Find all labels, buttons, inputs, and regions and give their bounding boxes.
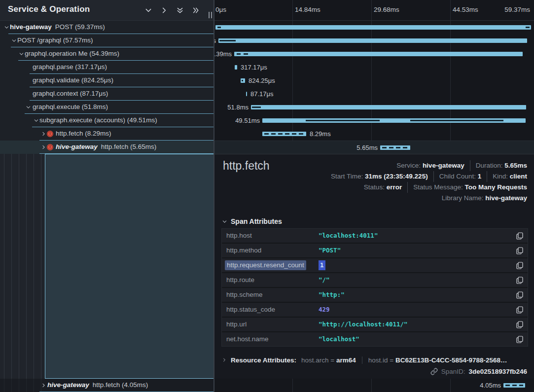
attribute-value: "/" [319,273,330,287]
span-timeline-row[interactable]: 5.65ms [214,141,534,154]
chevron-down-icon[interactable] [11,38,17,43]
span-duration-bar[interactable] [215,25,531,30]
resource-attributes-row[interactable]: Resource Attributes: host.arch = arm64ho… [222,354,527,366]
tree-panel-title: Service & Operation [8,4,90,14]
tree-panel-header: Service & Operation [0,0,214,21]
span-tree-row[interactable]: hive-gatewayPOST (59.37ms) [0,21,214,34]
selected-span-expanded-region[interactable] [45,154,214,379]
span-duration-bar[interactable] [262,132,306,136]
span-timeline-row[interactable]: 57.57ms [214,34,534,47]
attribute-key: http.route [226,273,254,287]
span-tree-row[interactable]: hive-gatewayhttp.fetch (5.65ms) [0,141,214,154]
span-timeline-row[interactable]: 4.05ms [214,379,534,392]
duration-label: 5.65ms [304,141,378,154]
child-span-marker [252,107,261,108]
child-span-marker [237,53,241,55]
expand-row-icon[interactable] [160,6,168,14]
span-timeline-row[interactable]: 824.25μs [214,74,534,87]
span-duration-bar[interactable] [503,383,525,388]
span-tree-row[interactable]: hive-gatewayhttp.fetch (4.05ms) [0,379,214,392]
span-id-label: SpanID: [441,368,465,375]
chevron-right-icon[interactable] [41,131,46,137]
chevron-down-icon[interactable] [26,105,31,110]
span-duration-bar[interactable] [235,65,237,70]
span-label: hive-gatewayhttp.fetch (4.05ms) [47,379,148,392]
span-duration-bar[interactable] [218,38,527,43]
resource-attributes-values: host.arch = arm64host.id = BC62E13B-C4CC… [301,356,507,364]
attribute-row[interactable]: http.scheme"http:" [222,288,528,302]
span-attributes-table: http.host"localhost:4011"http.method"POS… [221,228,528,347]
chevron-right-icon[interactable] [41,383,46,388]
attribute-row[interactable]: http.request.resend_count1 [222,258,528,272]
copy-icon[interactable] [516,291,523,299]
copy-icon[interactable] [516,277,523,284]
span-tree-row[interactable]: graphql.validate (824.25μs) [0,74,214,87]
span-duration-bar[interactable] [234,52,523,56]
span-tree-row[interactable]: subgraph.execute (accounts) (49.51ms) [0,114,214,127]
attribute-row[interactable]: http.method"POST" [222,244,528,257]
collapse-row-icon[interactable] [144,6,152,14]
error-icon [47,144,53,150]
span-tree-row[interactable]: graphql.operation Me (54.39ms) [0,47,214,61]
attribute-key: http.method [226,244,261,257]
span-timeline-row[interactable]: 54.39ms [214,47,534,61]
resource-attributes-title: Resource Attributes: [231,356,296,364]
span-timeline-row[interactable]: 51.8ms [214,101,534,114]
span-label: subgraph.execute (accounts) (49.51ms) [39,114,157,127]
copy-icon[interactable] [516,321,523,328]
span-tree-row[interactable]: graphql.context (87.17μs) [0,87,214,101]
meta-field: Start Time: 31ms (23:35:49.225) [331,171,428,182]
span-tree-row[interactable]: http.fetch (8.29ms) [0,127,214,141]
copy-icon[interactable] [516,306,523,314]
span-duration-bar[interactable] [380,145,410,150]
attribute-row[interactable]: http.route"/" [222,273,528,287]
attribute-value: "localhost:4011" [319,229,378,243]
attribute-row[interactable]: http.status_code429 [222,303,528,317]
span-timeline-row[interactable]: 87.17μs [214,87,534,101]
span-tree-row[interactable]: graphql.execute (51.8ms) [0,101,214,114]
span-label: graphql.parse (317.17μs) [33,61,107,73]
chevron-down-icon[interactable] [19,51,24,57]
collapse-all-icon[interactable] [176,6,184,14]
operation-name: graphql.operation Me (54.39ms) [25,50,119,57]
meta-label: Kind: [493,173,510,180]
attribute-key: net.host.name [226,332,269,346]
span-timeline-row[interactable]: 317.17μs [214,61,534,74]
span-attributes-header[interactable]: Span Attributes [222,217,282,225]
link-icon[interactable] [430,368,438,375]
copy-icon[interactable] [516,262,523,269]
copy-icon[interactable] [516,247,523,254]
service-name: hive-gateway [56,143,98,150]
span-duration-bar[interactable] [251,105,526,109]
attribute-row[interactable]: net.host.name"localhost" [222,332,528,346]
chevron-down-icon[interactable] [4,25,9,30]
copy-icon[interactable] [516,336,523,343]
span-duration-bar[interactable] [241,78,245,83]
timeline-ruler: 0μs14.84ms29.68ms44.53ms59.37ms [214,0,534,21]
child-span-marker [526,27,530,28]
duration-label: 87.17μs [250,87,274,101]
expand-all-icon[interactable] [192,6,200,14]
resource-key: host.arch [301,356,329,364]
attribute-value: "http://localhost:4011/" [319,318,408,331]
copy-icon[interactable] [516,232,523,240]
attribute-row[interactable]: http.host"localhost:4011" [222,229,528,243]
chevron-right-icon[interactable] [41,144,46,150]
span-duration-bar[interactable] [262,118,526,123]
operation-name: http.fetch (8.29ms) [56,130,111,137]
span-timeline-row[interactable] [214,21,534,34]
service-name: hive-gateway [10,23,52,31]
panel-divider[interactable] [214,0,214,392]
chevron-down-icon[interactable] [34,118,39,123]
span-tree-row[interactable]: POST /graphql (57.57ms) [0,34,214,47]
span-timeline-row[interactable]: 49.51ms [214,114,534,127]
span-timeline-row[interactable]: 8.29ms [214,127,534,141]
chevron-right-icon [222,357,227,362]
panel-splitter-handle[interactable] [209,12,212,18]
span-duration-bar[interactable] [246,92,247,96]
attribute-row[interactable]: http.url"http://localhost:4011/" [222,318,528,331]
span-label: hive-gatewayhttp.fetch (5.65ms) [56,141,156,153]
operation-name: subgraph.execute (accounts) (49.51ms) [39,116,157,124]
span-tree-row[interactable]: graphql.parse (317.17μs) [0,61,214,74]
meta-value: 1 [478,173,482,180]
